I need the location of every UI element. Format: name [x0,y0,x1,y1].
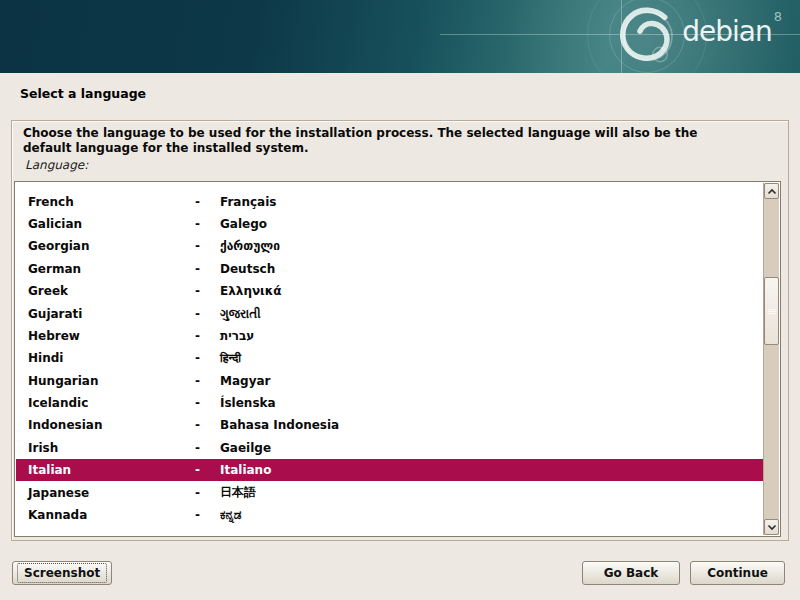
language-native-name: 日本語 [220,484,763,501]
language-label: Language: [25,158,88,172]
language-row[interactable]: Greek-Ελληνικά [16,280,763,302]
chevron-down-icon [767,524,777,531]
language-native-name: Deutsch [220,262,763,276]
language-row[interactable]: Hebrew-עברית [16,325,763,347]
continue-button[interactable]: Continue [690,561,785,585]
language-english-name: Kannada [28,508,195,522]
brand-logo-text: debian8 [682,15,780,48]
separator-dash: - [195,441,220,455]
language-row[interactable]: Galician-Galego [16,213,763,235]
language-english-name: French [28,195,195,209]
installer-window: debian8 Select a language Choose the lan… [0,0,800,600]
language-row[interactable]: Japanese-日本語 [16,481,763,503]
language-native-name: Magyar [220,374,763,388]
language-row[interactable]: Finnish-Suomi [16,183,763,190]
scroll-up-button[interactable] [764,183,779,199]
language-native-name: Français [220,195,763,209]
language-english-name: Gujarati [28,307,195,321]
language-native-name: ქართული [220,239,763,253]
language-row[interactable]: Gujarati-ગુજરાતી [16,302,763,324]
separator-dash: - [195,351,220,365]
separator-dash: - [195,329,220,343]
language-native-name: Suomi [220,183,763,186]
language-native-name: Gaeilge [220,441,763,455]
question-description: Choose the language to be used for the i… [23,126,747,156]
separator-dash: - [195,396,220,410]
scrollbar-thumb[interactable] [764,277,779,345]
scrollbar-grip [768,308,776,315]
scroll-down-button[interactable] [764,519,779,535]
brand-version: 8 [774,9,782,24]
chevron-up-icon [767,188,777,195]
separator-dash: - [195,374,220,388]
language-english-name: German [28,262,195,276]
separator-dash: - [195,239,220,253]
language-english-name: Georgian [28,239,195,253]
language-native-name: ગુજરાતી [220,307,763,321]
language-list-content: Finnish-SuomiFrench-FrançaisGalician-Gal… [16,183,763,526]
language-english-name: Icelandic [28,396,195,410]
separator-dash: - [195,183,220,186]
separator-dash: - [195,508,220,522]
language-native-name: Bahasa Indonesia [220,418,763,432]
language-row[interactable]: Icelandic-Íslenska [16,392,763,414]
language-english-name: Hebrew [28,329,195,343]
language-native-name: Italiano [220,463,763,477]
language-list-viewport: Finnish-SuomiFrench-FrançaisGalician-Gal… [16,183,763,535]
language-row[interactable]: French-Français [16,190,763,212]
language-native-name: עברית [220,329,763,343]
language-row[interactable]: Kannada-ಕನ್ನಡ [16,504,763,526]
separator-dash: - [195,262,220,276]
scrollbar-track[interactable] [764,199,779,519]
language-english-name: Indonesian [28,418,195,432]
language-english-name: Greek [28,284,195,298]
separator-dash: - [195,486,220,500]
separator-dash: - [195,307,220,321]
question-frame: Choose the language to be used for the i… [11,120,789,541]
language-native-name: Galego [220,217,763,231]
language-english-name: Hungarian [28,374,195,388]
screenshot-button[interactable]: Screenshot [12,561,112,585]
screenshot-button-label: Screenshot [17,563,107,583]
language-native-name: ಕನ್ನಡ [220,508,763,522]
separator-dash: - [195,284,220,298]
language-native-name: Ελληνικά [220,284,763,298]
separator-dash: - [195,418,220,432]
language-native-name: हिन्दी [220,351,763,365]
page-title: Select a language [20,86,146,101]
separator-dash: - [195,463,220,477]
language-row[interactable]: Hindi-हिन्दी [16,347,763,369]
scrollbar[interactable] [763,183,779,535]
language-english-name: Japanese [28,486,195,500]
language-row[interactable]: German-Deutsch [16,258,763,280]
language-row[interactable]: Hungarian-Magyar [16,370,763,392]
separator-dash: - [195,217,220,231]
language-english-name: Galician [28,217,195,231]
language-row[interactable]: Georgian-ქართული [16,235,763,257]
language-row[interactable]: Indonesian-Bahasa Indonesia [16,414,763,436]
language-listbox: Finnish-SuomiFrench-FrançaisGalician-Gal… [14,181,781,537]
debian-swirl-icon [612,0,684,73]
banner: debian8 [0,0,800,73]
language-row[interactable]: Italian-Italiano [16,459,763,481]
language-row[interactable]: Irish-Gaeilge [16,437,763,459]
language-english-name: Italian [28,463,195,477]
separator-dash: - [195,195,220,209]
brand-name: debian [682,15,771,48]
language-native-name: Íslenska [220,396,763,410]
language-english-name: Irish [28,441,195,455]
language-english-name: Hindi [28,351,195,365]
language-english-name: Finnish [28,183,195,186]
go-back-button[interactable]: Go Back [582,561,680,585]
